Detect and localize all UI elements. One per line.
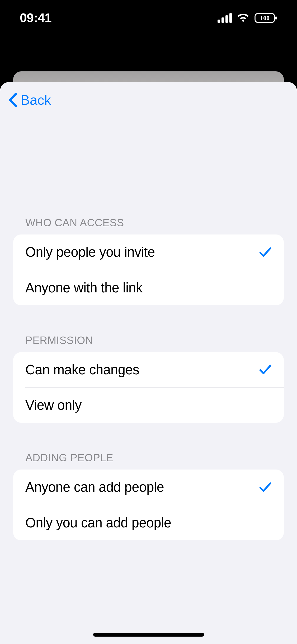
section-header-adding: ADDING PEOPLE bbox=[13, 452, 284, 470]
svg-rect-0 bbox=[218, 20, 220, 23]
status-bar: 09:41 100 bbox=[0, 0, 297, 36]
checkmark-icon bbox=[259, 481, 272, 493]
option-label: Anyone with the link bbox=[25, 280, 143, 296]
status-time: 09:41 bbox=[20, 11, 51, 25]
cellular-icon bbox=[218, 13, 232, 23]
home-indicator[interactable] bbox=[93, 633, 204, 637]
back-button[interactable]: Back bbox=[8, 92, 51, 108]
spacer bbox=[13, 118, 284, 217]
back-label: Back bbox=[21, 92, 51, 108]
option-label: Anyone can add people bbox=[25, 479, 164, 495]
checkmark-icon bbox=[259, 246, 272, 258]
status-indicators: 100 bbox=[218, 13, 277, 23]
option-anyone-can-add-people[interactable]: Anyone can add people bbox=[13, 470, 284, 505]
option-anyone-with-link[interactable]: Anyone with the link bbox=[13, 270, 284, 305]
option-can-make-changes[interactable]: Can make changes bbox=[13, 352, 284, 387]
svg-text:100: 100 bbox=[260, 15, 270, 21]
chevron-left-icon bbox=[8, 92, 17, 108]
svg-rect-3 bbox=[229, 13, 232, 23]
option-label: Can make changes bbox=[25, 362, 139, 378]
svg-rect-2 bbox=[225, 15, 228, 23]
option-label: Only people you invite bbox=[25, 244, 155, 260]
section-group-permission: Can make changes View only bbox=[13, 352, 284, 423]
settings-sheet: Back WHO CAN ACCESS Only people you invi… bbox=[0, 82, 297, 644]
option-view-only[interactable]: View only bbox=[13, 388, 284, 423]
svg-rect-5 bbox=[275, 16, 277, 20]
section-group-access: Only people you invite Anyone with the l… bbox=[13, 234, 284, 305]
checkmark-icon bbox=[259, 364, 272, 375]
option-label: View only bbox=[25, 397, 82, 413]
option-only-you-can-add-people[interactable]: Only you can add people bbox=[13, 505, 284, 540]
battery-icon: 100 bbox=[254, 13, 277, 23]
section-header-permission: PERMISSION bbox=[13, 334, 284, 352]
svg-rect-1 bbox=[221, 17, 224, 23]
nav-bar: Back bbox=[0, 82, 297, 118]
content: WHO CAN ACCESS Only people you invite An… bbox=[0, 118, 297, 540]
option-label: Only you can add people bbox=[25, 515, 171, 531]
wifi-icon bbox=[237, 13, 250, 23]
section-group-adding: Anyone can add people Only you can add p… bbox=[13, 470, 284, 540]
section-header-access: WHO CAN ACCESS bbox=[13, 217, 284, 234]
option-only-people-you-invite[interactable]: Only people you invite bbox=[13, 234, 284, 270]
